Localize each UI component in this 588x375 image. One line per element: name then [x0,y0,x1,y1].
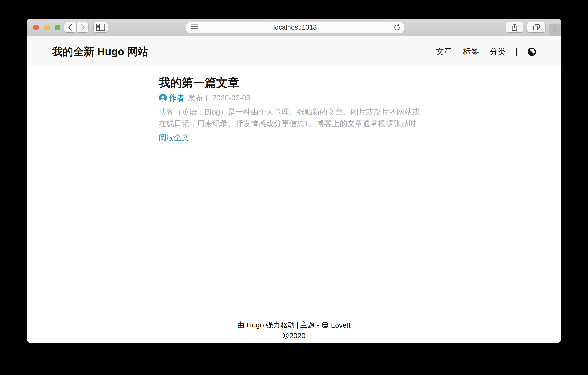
new-tab-button[interactable]: + [549,23,561,36]
read-more-link[interactable]: 阅读全文 [159,132,189,143]
close-window-button[interactable] [33,25,39,31]
minimize-window-button[interactable] [44,25,50,31]
tab-overview-button[interactable] [527,22,545,32]
footer-copyright-line: © 2020 [27,331,561,340]
forward-button[interactable] [77,22,88,32]
powered-text: 由 Hugo 强力驱动 | 主题 - [237,320,319,330]
share-icon [511,23,518,32]
kiss-wink-heart-icon [321,321,329,329]
author-icon [159,94,167,102]
chevron-left-icon [67,23,74,32]
author-link[interactable]: 作者 [169,93,185,104]
refresh-icon[interactable] [393,24,401,31]
browser-toolbar: localhost:1313 [27,19,561,36]
site-footer: 由 Hugo 强力驱动 | 主题 - LoveIt © 2020 [27,320,561,340]
theme-toggle-icon[interactable] [528,48,536,56]
page-main: 我的第一篇文章 作者 发布于 2020-03-03 博客（英语 [27,67,561,343]
nav-item-tags[interactable]: 标签 [463,46,479,57]
chevron-right-icon [79,23,86,32]
back-button[interactable] [64,22,76,32]
copyright-year: 2020 [289,332,305,340]
publish-date: 发布于 2020-03-03 [188,93,250,103]
footer-powered-line: 由 Hugo 强力驱动 | 主题 - LoveIt [27,320,561,330]
post-summary-card: 我的第一篇文章 作者 发布于 2020-03-03 博客（英语 [159,67,429,149]
tabs-icon [532,23,540,31]
summary-line: 博客（英语：Blog）是一种由个人管理、张贴新的文章、图片或影片的网站或 [159,106,429,118]
site-header: 我的全新 Hugo 网站 文章 标签 分类 [27,36,561,67]
nav-item-categories[interactable]: 分类 [490,46,506,57]
zoom-window-button[interactable] [55,25,61,31]
url-text: localhost:1313 [187,22,404,33]
post-title-link[interactable]: 我的第一篇文章 [159,76,429,90]
post-summary: 博客（英语：Blog）是一种由个人管理、张贴新的文章、图片或影片的网站或 在线日… [159,106,429,129]
nav-item-posts[interactable]: 文章 [436,46,452,57]
post-meta: 作者 发布于 2020-03-03 [159,94,429,102]
sidebar-icon [96,23,105,31]
post-divider [159,149,429,149]
share-button[interactable] [506,22,523,32]
summary-line: 在线日记，用来纪录、抒发情感或分享信息1。博客上的文章通常根据张贴时 [159,118,429,129]
site-nav: 文章 标签 分类 [436,46,536,57]
plus-icon: + [552,25,558,35]
browser-window: localhost:1313 [27,19,561,343]
theme-link[interactable]: LoveIt [331,321,351,329]
address-bar[interactable]: localhost:1313 [187,22,404,33]
nav-divider [516,48,517,56]
copyright-icon: © [283,331,289,340]
sidebar-toggle-button[interactable] [94,22,107,32]
site-title-link[interactable]: 我的全新 Hugo 网站 [52,45,148,59]
window-controls [33,25,61,31]
